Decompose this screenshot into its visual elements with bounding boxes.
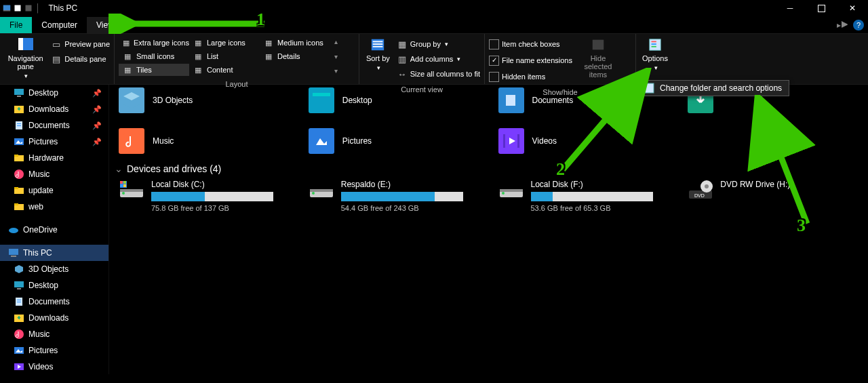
folder-3d-objects[interactable]: 3D Objects <box>119 87 299 113</box>
devices-header[interactable]: ⌄ Devices and drives (4) <box>109 161 868 180</box>
layout-icon: ▦ <box>193 52 203 61</box>
size-columns-button[interactable]: ↔Size all columns to fit <box>397 66 480 81</box>
svg-rect-72 <box>310 189 333 192</box>
layout-icon: ▦ <box>193 65 203 75</box>
svg-rect-36 <box>14 281 24 287</box>
nav-item-3d-objects[interactable]: 3D Objects <box>0 261 108 277</box>
navigation-tree[interactable]: Desktop📌Downloads📌Documents📌Pictures📌Har… <box>0 85 109 374</box>
minimize-button[interactable]: ─ <box>774 0 806 16</box>
svg-rect-26 <box>14 155 18 157</box>
svg-rect-14 <box>652 43 656 45</box>
hide-selected-button[interactable]: Hide selected items <box>576 37 620 79</box>
nav-item-web[interactable]: web <box>0 199 108 215</box>
navigation-pane-button[interactable]: Navigation pane▾ <box>4 37 47 80</box>
svg-rect-69 <box>123 184 126 187</box>
ribbon: Navigation pane▾ ▭Preview pane ▤Details … <box>0 33 868 85</box>
layout-medium-icons[interactable]: ▦Medium icons <box>260 37 330 49</box>
nav-item-music[interactable]: Music <box>0 166 108 182</box>
ribbon-collapse-icon[interactable]: ▸⯈ <box>837 20 849 30</box>
file-extensions-toggle[interactable]: File name extensions <box>489 53 572 68</box>
nav-item-desktop[interactable]: Desktop <box>0 277 108 294</box>
nav-item-downloads[interactable]: Downloads <box>0 310 108 326</box>
pictures-icon <box>309 128 334 154</box>
layout-scroll[interactable]: ▴▾▾ <box>334 38 338 75</box>
nav-item-desktop[interactable]: Desktop📌 <box>0 85 108 101</box>
capacity-bar <box>531 192 653 201</box>
hidden-items-toggle[interactable]: Hidden items <box>489 69 572 84</box>
nav-pane-label: Navigation pane <box>4 54 47 70</box>
layout-icon: ▦ <box>123 65 132 75</box>
folder-desktop[interactable]: Desktop <box>309 87 489 113</box>
options-dropdown-item[interactable]: Change folder and search options <box>639 80 789 96</box>
nav-item-update[interactable]: update <box>0 182 108 199</box>
nav-item-downloads[interactable]: Downloads📌 <box>0 101 108 117</box>
nav-item-videos[interactable]: Videos <box>0 359 108 374</box>
layout-large-icons[interactable]: ▦Large icons <box>189 37 260 49</box>
drive-local-disk-c-[interactable]: Local Disk (C:)75.8 GB free of 137 GB <box>119 180 299 212</box>
nav-item-this-pc[interactable]: This PC <box>0 245 108 261</box>
preview-pane-button[interactable]: ▭Preview pane <box>51 37 110 52</box>
nav-item-documents[interactable]: Documents <box>0 294 108 310</box>
svg-rect-56 <box>123 133 140 149</box>
nav-item-pictures[interactable]: Pictures <box>0 342 108 359</box>
nav-item-onedrive[interactable]: OneDrive <box>0 222 108 238</box>
3d-icon <box>119 87 144 113</box>
nav-item-music[interactable]: Music <box>0 326 108 342</box>
sort-by-button[interactable]: Sort by▾ <box>363 37 393 72</box>
layout-details[interactable]: ▦Details <box>260 50 330 62</box>
drive-icon: DVD <box>688 180 713 200</box>
group-by-button[interactable]: ▦Group by▾ <box>397 37 480 52</box>
svg-rect-39 <box>17 300 21 300</box>
layout-icon: ▦ <box>123 52 132 61</box>
folder-pictures[interactable]: Pictures <box>309 128 489 154</box>
add-columns-button[interactable]: ▥Add columns▾ <box>397 52 480 66</box>
music-icon <box>14 329 24 340</box>
svg-rect-4 <box>818 5 825 12</box>
maximize-button[interactable] <box>806 0 837 16</box>
drive-local-disk-f-[interactable]: Local Disk (F:)53.6 GB free of 65.3 GB <box>498 180 679 212</box>
layout-small-icons[interactable]: ▦Small icons <box>119 50 189 62</box>
tab-computer[interactable]: Computer <box>32 17 87 33</box>
add-cols-icon: ▥ <box>397 54 408 64</box>
desktop-icon <box>309 87 334 113</box>
pin-icon: 📌 <box>92 89 102 98</box>
tab-file[interactable]: File <box>0 17 32 33</box>
options-button[interactable]: Options▾ <box>640 37 670 72</box>
layout-extra-large-icons[interactable]: ▦Extra large icons <box>119 37 189 49</box>
hide-selected-icon <box>590 37 606 53</box>
3d-icon <box>14 264 24 275</box>
details-pane-button[interactable]: ▤Details pane <box>51 52 110 66</box>
nav-item-documents[interactable]: Documents📌 <box>0 117 108 134</box>
layout-list[interactable]: ▦List <box>189 50 260 62</box>
downloads-icon <box>14 313 24 323</box>
tab-view[interactable]: View <box>87 17 123 33</box>
layout-content[interactable]: ▦Content <box>189 64 260 76</box>
drive-icon <box>498 180 524 200</box>
svg-point-73 <box>312 192 315 195</box>
checkbox-icon <box>489 39 499 49</box>
drive-icon <box>119 180 144 200</box>
item-check-boxes-toggle[interactable]: Item check boxes <box>489 37 572 52</box>
folder-music[interactable]: Music <box>119 128 299 154</box>
svg-rect-13 <box>652 41 656 43</box>
ribbon-tabs: File Computer View ▸⯈ ? <box>0 17 868 33</box>
qat-icon-1[interactable] <box>14 4 22 12</box>
layout-tiles[interactable]: ▦Tiles <box>119 64 189 76</box>
pin-icon: 📌 <box>92 121 102 130</box>
onedrive-icon <box>8 224 19 235</box>
svg-rect-34 <box>11 256 16 257</box>
documents-icon <box>14 120 24 131</box>
nav-item-pictures[interactable]: Pictures📌 <box>0 134 108 150</box>
music-icon <box>14 169 24 180</box>
help-icon[interactable]: ? <box>853 20 864 31</box>
drive-dvd-rw-drive-h-[interactable]: DVDDVD RW Drive (H:) <box>688 180 868 212</box>
folder-videos[interactable]: Videos <box>498 128 679 154</box>
svg-rect-62 <box>517 134 519 148</box>
close-button[interactable]: ✕ <box>837 0 868 16</box>
svg-rect-68 <box>120 184 123 187</box>
svg-rect-2 <box>15 5 21 12</box>
nav-item-hardware[interactable]: Hardware <box>0 150 108 166</box>
content-area: 3D ObjectsDesktopDocumentsMusicPicturesV… <box>109 85 868 374</box>
drive-respaldo-e-[interactable]: Respaldo (E:)54.4 GB free of 243 GB <box>309 180 489 212</box>
qat-icon-2[interactable] <box>24 4 33 12</box>
